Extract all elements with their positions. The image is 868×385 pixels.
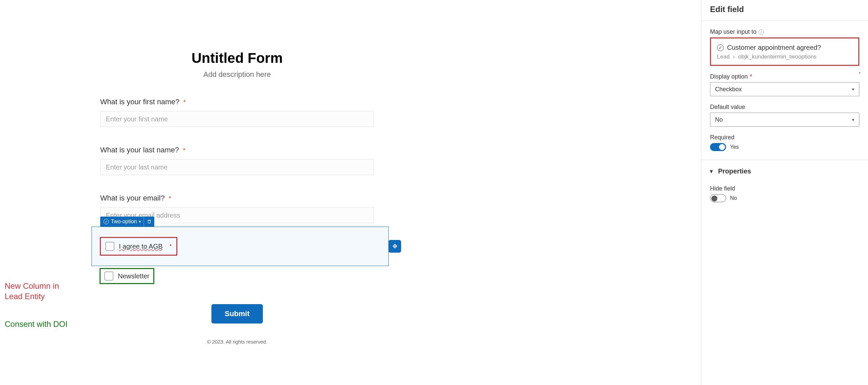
form-container: Untitled Form Add description here What …	[100, 50, 374, 345]
delete-field-button[interactable]	[144, 216, 154, 227]
field-type-tag: ✓ Two-option ▾	[100, 216, 154, 227]
submit-button[interactable]: Submit	[211, 304, 263, 324]
newsletter-checkbox[interactable]	[104, 272, 113, 280]
annotation-red: New Column in Lead Entity	[5, 281, 78, 301]
required-asterisk: *	[183, 147, 185, 154]
default-value-select[interactable]: No ▾	[710, 113, 859, 127]
check-circle-icon: ✓	[717, 45, 724, 51]
divider	[701, 160, 868, 160]
hide-field-label: Hide field	[710, 185, 859, 192]
properties-section-toggle[interactable]: ▾ Properties	[710, 168, 859, 175]
section-title: Properties	[718, 168, 751, 175]
field-type-tag-main[interactable]: ✓ Two-option ▾	[100, 216, 144, 227]
two-option-field[interactable]: ✓ Two-option ▾ I agree to AGB *	[100, 227, 374, 266]
agb-highlight-box: I agree to AGB *	[100, 237, 177, 256]
form-title[interactable]: Untitled Form	[100, 50, 374, 66]
required-toggle[interactable]	[710, 143, 726, 151]
field-label: What is your first name? *	[100, 97, 374, 106]
select-value: No	[715, 116, 723, 123]
form-canvas: New Column in Lead Entity Consent with D…	[0, 0, 701, 385]
field-type-tag-label: Two-option	[111, 218, 137, 225]
chevron-right-icon: ›	[733, 54, 735, 60]
label-text: What is your last name?	[100, 146, 179, 154]
field-last-name[interactable]: What is your last name? *	[100, 146, 374, 175]
path-field: objk_kundentermin_twooptions	[738, 54, 816, 60]
map-user-input-selector[interactable]: ✓ Customer appointment agreed? Lead › ob…	[710, 37, 859, 66]
newsletter-checkbox-label[interactable]: Newsletter	[118, 272, 149, 280]
field-label: What is your email? *	[100, 194, 374, 203]
agb-checkbox[interactable]	[105, 242, 114, 250]
check-circle-icon: ✓	[103, 219, 109, 224]
map-input-label: Map user input to i	[710, 28, 859, 35]
chevron-down-icon: ▾	[710, 168, 713, 174]
info-icon[interactable]: i	[758, 29, 764, 35]
required-asterisk: *	[169, 243, 172, 250]
label-text: Map user input to	[710, 28, 756, 35]
chevron-down-icon: ▾	[139, 219, 141, 224]
label-text: What is your email?	[100, 194, 165, 202]
label-text: Display option	[710, 73, 748, 80]
form-footer: © 2023. All rights reserved.	[100, 339, 374, 345]
panel-title: Edit field	[701, 0, 868, 21]
newsletter-highlight-box: Newsletter	[99, 268, 154, 284]
edit-field-panel: Edit field Map user input to i ✓ Custome…	[701, 0, 868, 385]
label-text: I agree to AGB	[119, 243, 163, 250]
move-handle-icon[interactable]: ✥	[389, 240, 401, 253]
annotation-green: Consent with DOI	[5, 319, 92, 329]
path-entity: Lead	[717, 54, 730, 60]
hide-field-toggle-value: No	[730, 195, 737, 201]
mapped-field-path: Lead › objk_kundentermin_twooptions	[717, 54, 852, 60]
required-label: Required	[710, 134, 859, 141]
field-newsletter[interactable]: Newsletter	[92, 268, 389, 284]
two-option-selected-container[interactable]: I agree to AGB * ✥	[92, 227, 389, 266]
first-name-input[interactable]	[100, 111, 374, 127]
field-first-name[interactable]: What is your first name? *	[100, 97, 374, 127]
required-asterisk: *	[183, 99, 186, 106]
label-text: What is your first name?	[100, 97, 179, 106]
required-toggle-value: Yes	[730, 144, 739, 150]
display-option-label: Display option* *	[710, 73, 859, 80]
chevron-down-icon: ▾	[852, 117, 854, 122]
display-option-select[interactable]: Checkbox ▾	[710, 82, 859, 96]
default-value-label: Default value	[710, 103, 859, 111]
form-description[interactable]: Add description here	[100, 70, 374, 79]
required-asterisk: *	[169, 195, 171, 202]
agb-checkbox-label[interactable]: I agree to AGB	[119, 243, 163, 250]
chevron-down-icon: ▾	[852, 87, 854, 92]
last-name-input[interactable]	[100, 159, 374, 175]
mapped-field-name: Customer appointment agreed?	[727, 44, 821, 52]
select-value: Checkbox	[715, 86, 742, 93]
field-label: What is your last name? *	[100, 146, 374, 154]
hide-field-toggle[interactable]	[710, 194, 726, 202]
